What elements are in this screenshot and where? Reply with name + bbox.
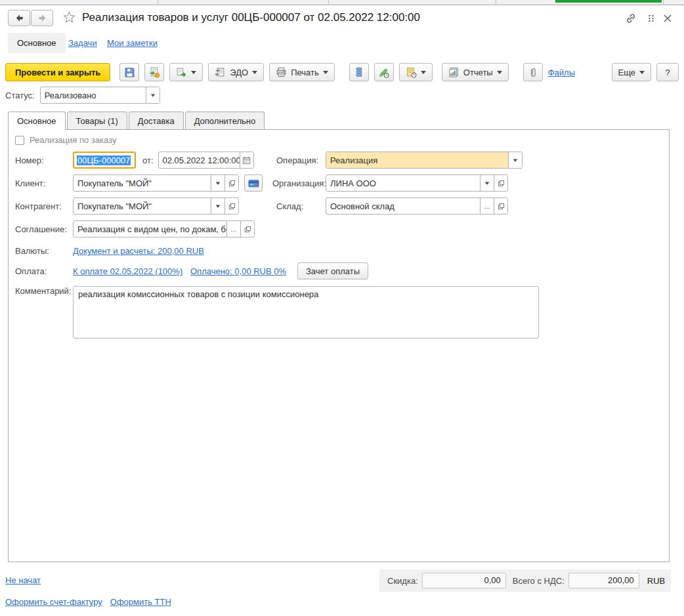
task-status-link[interactable]: Не начат bbox=[5, 575, 41, 585]
discount-field[interactable]: 0,00 bbox=[422, 573, 506, 588]
close-window-button[interactable] bbox=[660, 12, 675, 25]
help-button[interactable]: ? bbox=[656, 63, 679, 81]
nav-item-tasks[interactable]: Задачи bbox=[68, 38, 97, 48]
dropdown-arrow-icon bbox=[323, 71, 328, 74]
strip-divider bbox=[158, 0, 158, 5]
register-records-icon bbox=[354, 67, 364, 77]
link-icon bbox=[625, 12, 637, 24]
counterparty-dropdown-button[interactable] bbox=[211, 198, 224, 214]
post-document-icon bbox=[149, 67, 160, 78]
warehouse-ellipsis-button[interactable]: ... bbox=[480, 198, 494, 214]
payment-offset-button[interactable]: Зачет оплаты bbox=[297, 262, 368, 279]
print-label: Печать bbox=[291, 68, 319, 77]
tab-label: Товары (1) bbox=[76, 116, 118, 126]
client-card-button[interactable] bbox=[244, 175, 263, 192]
nav-item-notes[interactable]: Мои заметки bbox=[107, 38, 158, 48]
more-label: Еще bbox=[618, 68, 635, 77]
main-form-panel: Реализация по заказу Номер: 00ЦБ-000007 … bbox=[8, 129, 670, 562]
counterparty-open-button[interactable] bbox=[224, 198, 238, 214]
attachments-button[interactable] bbox=[523, 63, 543, 81]
currency-label: RUB bbox=[647, 576, 665, 586]
organization-select[interactable]: ЛИНА ООО bbox=[326, 175, 508, 192]
edo-button[interactable]: ЭДО bbox=[208, 63, 264, 81]
client-dropdown-button[interactable] bbox=[211, 175, 224, 191]
dropdown-arrow-icon bbox=[421, 71, 426, 74]
open-form-icon bbox=[244, 226, 251, 233]
comment-textarea[interactable]: реализация комиссионных товаров с позици… bbox=[73, 286, 539, 339]
status-value: Реализовано bbox=[41, 87, 146, 103]
currencies-link[interactable]: Документ и расчеты: 200,00 RUB bbox=[73, 246, 204, 256]
tab-goods[interactable]: Товары (1) bbox=[67, 112, 127, 129]
create-invoice-link[interactable]: Оформить счет-фактуру bbox=[5, 597, 102, 607]
organization-dropdown-button[interactable] bbox=[480, 175, 494, 191]
totals-strip: Скидка: 0,00 Всего с НДС: 200,00 RUB bbox=[379, 569, 671, 592]
tab-main[interactable]: Основное bbox=[8, 112, 66, 130]
order-checkbox[interactable] bbox=[15, 136, 24, 145]
organization-open-button[interactable] bbox=[494, 175, 507, 191]
organization-label: Организация: bbox=[272, 178, 326, 188]
warehouse-label: Склад: bbox=[276, 201, 303, 211]
scheduled-edit-button[interactable] bbox=[374, 63, 394, 81]
post-document-button[interactable] bbox=[144, 63, 164, 81]
favorite-star-icon[interactable] bbox=[62, 10, 76, 24]
dropdown-arrow-icon bbox=[639, 71, 645, 74]
tab-delivery[interactable]: Доставка bbox=[129, 112, 184, 129]
operation-dropdown-button[interactable] bbox=[508, 152, 522, 168]
close-icon bbox=[663, 14, 672, 23]
dropdown-arrow-icon bbox=[216, 182, 221, 184]
back-button[interactable] bbox=[8, 10, 30, 26]
calendar-button[interactable] bbox=[240, 152, 253, 168]
date-label: от: bbox=[142, 155, 154, 165]
strip-divider bbox=[663, 0, 664, 5]
create-ttn-link[interactable]: Оформить ТТН bbox=[110, 597, 171, 607]
payment-due-link[interactable]: К оплате 02.05.2022 (100%) bbox=[73, 266, 182, 276]
warehouse-select[interactable]: Основной склад ... bbox=[326, 197, 508, 215]
nav-item-main[interactable]: Основное bbox=[8, 33, 66, 53]
tab-additional[interactable]: Дополнительно bbox=[185, 112, 265, 129]
open-form-icon bbox=[498, 180, 505, 187]
star-icon bbox=[62, 10, 76, 24]
payment-paid-link[interactable]: Оплачено: 0,00 RUB 0% bbox=[190, 266, 286, 276]
open-form-icon bbox=[228, 203, 236, 210]
back-arrow-icon bbox=[14, 13, 24, 23]
status-select[interactable]: Реализовано bbox=[40, 87, 160, 104]
client-open-button[interactable] bbox=[224, 175, 238, 191]
bottom-links: Оформить счет-фактуру Оформить ТТН bbox=[5, 597, 171, 607]
post-and-close-button[interactable]: Провести и закрыть bbox=[5, 63, 110, 81]
files-link[interactable]: Файлы bbox=[548, 68, 575, 77]
total-field[interactable]: 200,00 bbox=[568, 573, 639, 588]
counterparty-select[interactable]: Покупатель "МОЙ" bbox=[73, 197, 239, 215]
number-value: 00ЦБ-000007 bbox=[77, 155, 131, 165]
more-button[interactable]: Еще bbox=[612, 63, 651, 81]
warehouse-open-button[interactable] bbox=[494, 198, 507, 214]
agreement-ellipsis-button[interactable]: ... bbox=[226, 221, 240, 237]
window-more-button[interactable] bbox=[644, 12, 658, 25]
status-label: Статус: bbox=[5, 91, 35, 100]
page-title: Реализация товаров и услуг 00ЦБ-000007 о… bbox=[82, 11, 420, 24]
dropdown-arrow-icon bbox=[216, 205, 221, 207]
save-button[interactable] bbox=[119, 63, 139, 81]
print-icon bbox=[276, 67, 287, 78]
status-dropdown-button[interactable] bbox=[146, 87, 160, 103]
forward-button[interactable] bbox=[31, 10, 53, 26]
register-records-button[interactable] bbox=[349, 63, 369, 81]
client-select[interactable]: Покупатель "МОЙ" bbox=[73, 175, 239, 192]
currencies-label: Валюты: bbox=[15, 246, 49, 256]
get-link-button[interactable] bbox=[624, 12, 638, 25]
operation-select[interactable]: Реализация bbox=[326, 152, 523, 169]
planned-documents-button[interactable] bbox=[399, 63, 433, 81]
create-based-on-button[interactable] bbox=[169, 63, 203, 81]
print-button[interactable]: Печать bbox=[269, 63, 335, 81]
agreement-select[interactable]: Реализация с видом цен, по докам, без ..… bbox=[73, 220, 255, 237]
date-value: 02.05.2022 12:00:00 bbox=[159, 152, 240, 168]
document-tabs: Основное Товары (1) Доставка Дополнитель… bbox=[8, 112, 266, 130]
total-label: Всего с НДС: bbox=[513, 576, 565, 586]
discount-label: Скидка: bbox=[387, 576, 418, 586]
date-input-group[interactable]: 02.05.2022 12:00:00 bbox=[158, 152, 254, 169]
active-session-indicator bbox=[555, 0, 662, 3]
dropdown-arrow-icon bbox=[513, 159, 518, 161]
agreement-open-button[interactable] bbox=[240, 221, 254, 237]
nav-item-label: Основное bbox=[17, 38, 56, 48]
reports-button[interactable]: Отчеты bbox=[442, 63, 509, 81]
number-input[interactable]: 00ЦБ-000007 bbox=[73, 152, 136, 169]
